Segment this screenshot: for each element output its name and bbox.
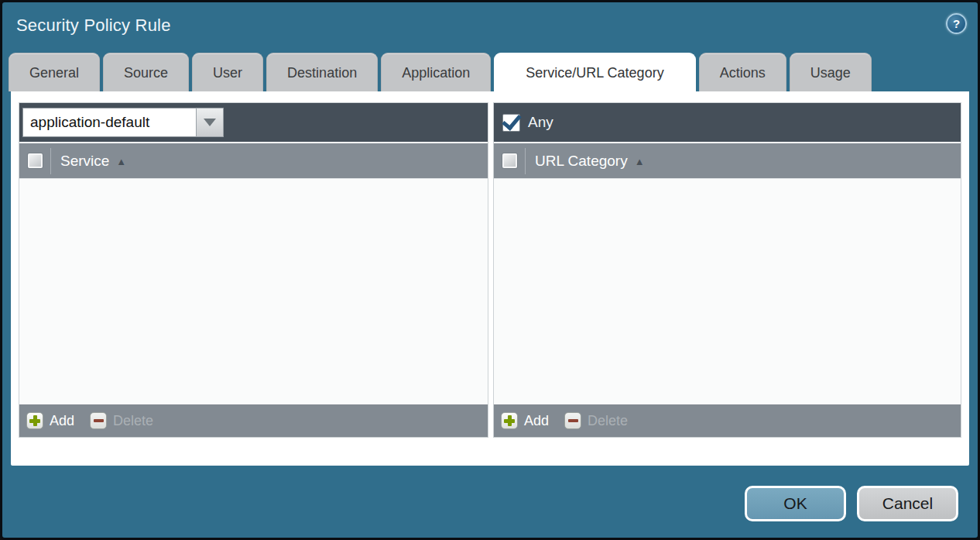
cancel-button[interactable]: Cancel [857,486,958,521]
url-category-add-label: Add [524,413,549,429]
service-add-button[interactable]: Add [26,412,74,429]
any-checkbox[interactable] [502,114,520,132]
tab-application[interactable]: Application [381,53,491,91]
url-category-add-button[interactable]: Add [501,412,549,429]
content-area: application-default Service ▲ [11,91,969,466]
sort-ascending-icon: ▲ [635,155,645,167]
dialog-title: Security Policy Rule [16,15,171,36]
service-list[interactable] [19,179,488,403]
any-checkbox-label[interactable]: Any [528,114,553,131]
service-panel-footer: Add Delete [19,403,488,437]
ok-button[interactable]: OK [745,486,846,521]
sort-ascending-icon: ▲ [116,155,126,167]
security-policy-rule-dialog: Security Policy Rule ? General Source Us… [0,0,980,540]
tab-service-url-category[interactable]: Service/URL Category [494,53,695,91]
service-panel: application-default Service ▲ [19,102,488,438]
service-panel-header: application-default [19,103,488,142]
service-add-label: Add [50,413,74,429]
service-column-header[interactable]: Service ▲ [51,153,126,170]
service-select-all-cell [19,153,50,168]
url-category-list[interactable] [494,179,961,403]
tab-usage[interactable]: Usage [790,53,872,91]
tab-bar: General Source User Destination Applicat… [9,53,872,91]
url-category-delete-button[interactable]: Delete [564,412,628,429]
chevron-down-icon [204,119,216,126]
url-category-panel-footer: Add Delete [494,403,961,437]
minus-icon [564,412,581,429]
service-delete-button[interactable]: Delete [90,412,153,429]
tab-actions[interactable]: Actions [699,53,786,91]
url-category-column-header[interactable]: URL Category ▲ [526,153,645,170]
minus-icon [90,412,107,429]
question-mark-glyph: ? [953,18,960,29]
plus-icon [26,412,43,429]
url-category-select-all-checkbox[interactable] [502,153,517,168]
tab-general[interactable]: General [9,53,100,91]
help-icon[interactable]: ? [946,13,967,34]
url-category-column-header-label: URL Category [535,153,628,170]
service-type-dropdown[interactable]: application-default [22,108,224,137]
url-category-panel-header: Any [494,103,961,142]
tab-destination[interactable]: Destination [266,53,378,91]
url-category-delete-label: Delete [588,413,628,429]
tab-user[interactable]: User [192,53,263,91]
service-column-header-row: Service ▲ [19,142,488,179]
plus-icon [501,412,518,429]
url-category-panel: Any URL Category ▲ Add [493,102,961,438]
url-category-select-all-cell [494,153,525,168]
url-category-column-header-row: URL Category ▲ [494,142,961,179]
service-type-dropdown-value[interactable]: application-default [22,108,196,137]
service-column-header-label: Service [60,153,109,170]
service-delete-label: Delete [113,413,153,429]
service-select-all-checkbox[interactable] [28,153,43,168]
service-type-dropdown-button[interactable] [196,108,224,137]
tab-source[interactable]: Source [103,53,189,91]
